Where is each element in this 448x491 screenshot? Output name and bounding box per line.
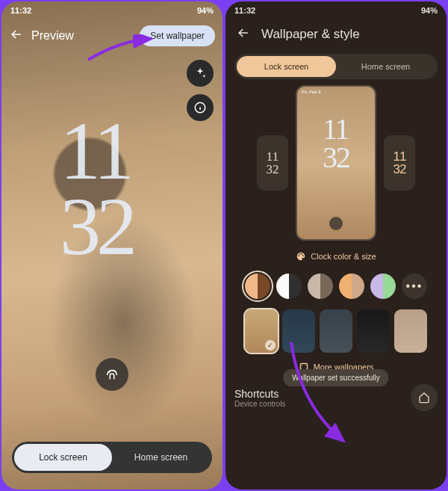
status-time: 11:32 (10, 6, 31, 15)
clock-color-size-button[interactable]: Clock color & size (225, 251, 447, 262)
battery-percent: 94% (421, 6, 438, 15)
wallpaper-thumbnail[interactable] (394, 309, 427, 353)
color-swatch[interactable] (370, 274, 396, 299)
home-button[interactable] (411, 384, 438, 411)
preview-header: Preview Set wallpaper (1, 19, 223, 52)
style-tabs: Lock screen Home screen (234, 54, 438, 79)
wallpaper-thumbnail[interactable] (357, 309, 390, 353)
back-icon[interactable] (9, 27, 24, 45)
more-colors-button[interactable]: ••• (402, 274, 427, 299)
wallpaper-thumbnail[interactable]: ✓ (245, 309, 278, 353)
back-icon[interactable] (236, 25, 251, 43)
preview-title: Preview (31, 29, 74, 43)
check-icon: ✓ (265, 340, 276, 351)
home-icon (418, 392, 430, 404)
tab-lock-screen[interactable]: Lock screen (237, 56, 336, 77)
color-swatches: ••• (233, 274, 439, 299)
info-button[interactable] (187, 94, 214, 121)
palette-icon (296, 251, 306, 262)
clock-style-row: 1132 Fri, Feb 9 11 32 1132 (225, 85, 447, 241)
status-time: 11:32 (234, 6, 255, 15)
mini-fingerprint-icon (329, 217, 343, 230)
clock-hour: 11 (60, 114, 133, 189)
mini-clock: 11 32 (323, 115, 349, 172)
style-title: Wallpaper & style (261, 27, 360, 42)
shortcuts-title: Shortcuts (234, 388, 403, 400)
tab-home-screen[interactable]: Home screen (336, 56, 435, 77)
clock-style-option[interactable]: 1132 (384, 135, 415, 191)
status-bar: 11:32 94% (1, 1, 223, 19)
wallpaper-thumbnails: ✓ (225, 299, 447, 353)
shortcuts-button[interactable]: Shortcuts Device controls (234, 388, 403, 408)
status-icons: 94% (193, 6, 214, 15)
clock-minute: 32 (60, 189, 133, 265)
status-bar: 11:32 94% (225, 1, 447, 19)
toast-message: Wallpaper set successfully (283, 369, 388, 386)
color-swatch[interactable] (276, 274, 302, 299)
tab-lock-screen[interactable]: Lock screen (14, 444, 112, 471)
clock-color-label: Clock color & size (311, 252, 376, 261)
style-header: Wallpaper & style (225, 19, 447, 49)
fingerprint-icon[interactable] (96, 358, 128, 391)
tab-home-screen[interactable]: Home screen (112, 444, 210, 471)
color-swatch[interactable] (339, 274, 364, 299)
shortcuts-subtitle: Device controls (234, 400, 403, 408)
effects-button[interactable] (187, 60, 214, 87)
wallpaper-style-screen: 11:32 94% Wallpaper & style Lock screen … (225, 1, 447, 490)
color-swatch[interactable] (245, 274, 270, 299)
set-wallpaper-button[interactable]: Set wallpaper (140, 25, 215, 46)
wallpaper-thumbnail[interactable] (320, 309, 352, 353)
mini-date: Fri, Feb 9 (297, 87, 326, 97)
status-icons: 94% (417, 6, 438, 15)
lock-clock: 11 32 (60, 114, 133, 265)
clock-style-option[interactable]: 1132 (257, 135, 288, 191)
floating-buttons (187, 60, 214, 121)
shortcuts-row: Shortcuts Device controls Wallpaper set … (225, 372, 447, 411)
wallpaper-thumbnail[interactable] (282, 309, 315, 353)
lock-preview-card[interactable]: Fri, Feb 9 11 32 (296, 85, 376, 241)
preview-tabs: Lock screen Home screen (12, 442, 212, 473)
battery-percent: 94% (197, 6, 214, 15)
preview-screen: 11:32 94% Preview Set wallpaper 11 32 (1, 1, 223, 490)
color-swatch[interactable] (308, 274, 333, 299)
